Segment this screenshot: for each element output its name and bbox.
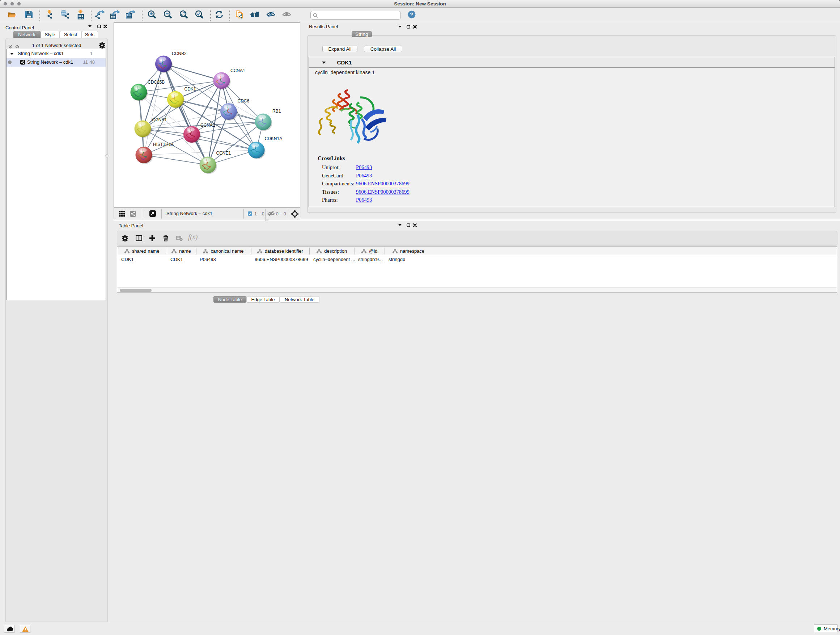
svg-text:CCNA1: CCNA1 xyxy=(231,68,245,73)
svg-text:?: ? xyxy=(410,11,413,17)
svg-text:CDK1: CDK1 xyxy=(185,87,196,92)
svg-text:CCNE1: CCNE1 xyxy=(216,150,231,156)
svg-text:HIST1H1A: HIST1H1A xyxy=(153,142,174,147)
svg-text:CDC25B: CDC25B xyxy=(148,80,164,85)
svg-text:CDC6: CDC6 xyxy=(238,98,249,103)
svg-text:CCNA2: CCNA2 xyxy=(201,123,215,128)
svg-text:CCNB1: CCNB1 xyxy=(152,117,167,122)
svg-text:RB1: RB1 xyxy=(272,109,281,114)
svg-text:CCNB2: CCNB2 xyxy=(172,51,187,56)
svg-text:CDKN1A: CDKN1A xyxy=(265,136,283,141)
